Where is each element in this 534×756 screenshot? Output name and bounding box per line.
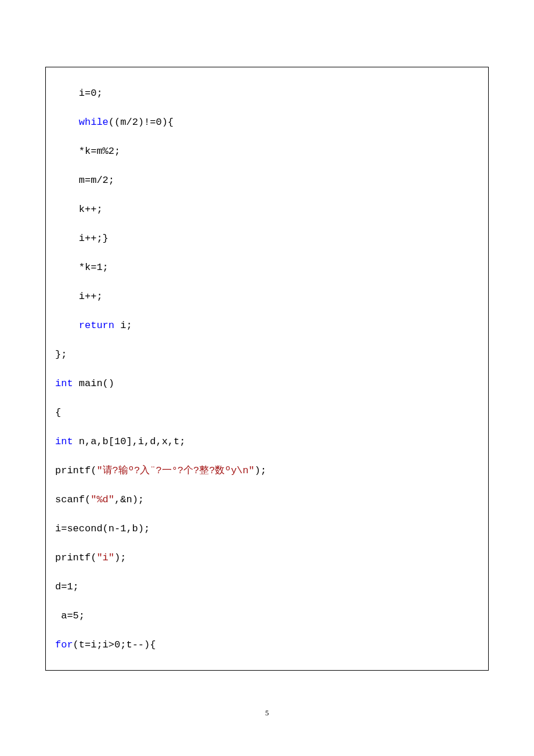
keyword-for: for: [55, 639, 73, 650]
code-text: ((m/2)!=0){: [109, 117, 174, 128]
code-text: i=second(n-1,b);: [55, 523, 150, 534]
code-text: i;: [114, 320, 132, 331]
page-number: 5: [0, 708, 534, 718]
string-literal: "请?输º?入¨?一°?个?整?数ºy\n": [96, 465, 254, 476]
code-line: i=second(n-1,b);: [55, 514, 479, 543]
code-line: {: [55, 398, 479, 427]
code-text: (t=i;i>0;t--){: [73, 639, 156, 650]
code-line: int main(): [55, 369, 479, 398]
code-text: m=m/2;: [55, 175, 114, 186]
keyword-int: int: [55, 378, 73, 389]
code-line: while((m/2)!=0){: [55, 108, 479, 137]
string-literal: "i": [96, 552, 114, 563]
code-line: m=m/2;: [55, 166, 479, 195]
string-literal: "%d": [91, 494, 114, 505]
code-line: i++;}: [55, 224, 479, 253]
keyword-int: int: [55, 436, 73, 447]
code-frame: i=0; while((m/2)!=0){ *k=m%2; m=m/2; k++…: [45, 67, 489, 671]
code-line: return i;: [55, 311, 479, 340]
code-line: k++;: [55, 195, 479, 224]
keyword-while: while: [79, 117, 109, 128]
code-line: d=1;: [55, 573, 479, 602]
code-text: [55, 117, 79, 128]
code-text: );: [114, 552, 126, 563]
code-line: for(t=i;i>0;t--){: [55, 631, 479, 660]
code-line: *k=1;: [55, 253, 479, 282]
code-text: k++;: [55, 204, 103, 215]
code-text: n,a,b[10],i,d,x,t;: [73, 436, 186, 447]
code-line: scanf("%d",&n);: [55, 485, 479, 514]
code-line: i=0;: [55, 79, 479, 108]
code-text: ,&n);: [114, 494, 144, 505]
code-text: };: [55, 349, 67, 360]
code-line: int n,a,b[10],i,d,x,t;: [55, 427, 479, 456]
code-text: {: [55, 407, 61, 418]
code-line: a=5;: [55, 602, 479, 631]
code-text: i++;: [55, 291, 103, 302]
code-text: );: [254, 465, 266, 476]
code-text: a=5;: [55, 610, 85, 621]
code-text: printf(: [55, 552, 96, 563]
document-page: i=0; while((m/2)!=0){ *k=m%2; m=m/2; k++…: [0, 0, 534, 756]
code-text: scanf(: [55, 494, 91, 505]
code-line: *k=m%2;: [55, 137, 479, 166]
code-text: d=1;: [55, 581, 79, 592]
code-text: *k=m%2;: [55, 146, 120, 157]
code-text: *k=1;: [55, 262, 109, 273]
code-text: i++;}: [55, 233, 109, 244]
code-line: };: [55, 340, 479, 369]
code-line: printf("i");: [55, 543, 479, 573]
keyword-return: return: [79, 320, 114, 331]
code-text: [55, 320, 79, 331]
code-line: printf("请?输º?入¨?一°?个?整?数ºy\n");: [55, 456, 479, 485]
code-text: i=0;: [55, 88, 103, 99]
code-text: main(): [73, 378, 114, 389]
code-line: i++;: [55, 282, 479, 311]
